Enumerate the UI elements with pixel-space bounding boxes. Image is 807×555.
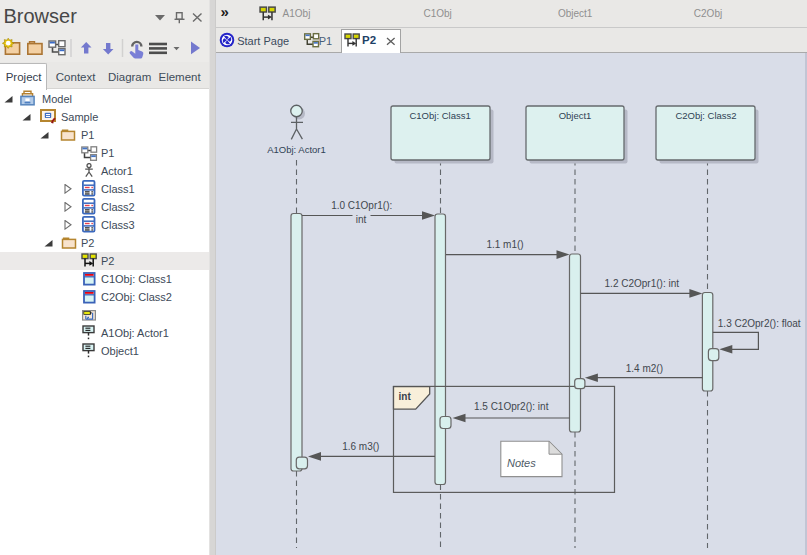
svg-text:1.1 m1(): 1.1 m1() [486,239,523,250]
svg-text:Object1: Object1 [559,110,592,121]
svg-text:int: int [399,391,412,402]
svg-text:int: int [356,214,367,225]
svg-text:1.6 m3(): 1.6 m3() [342,441,379,452]
svg-text:1.2 C2Opr1(): int: 1.2 C2Opr1(): int [605,278,680,289]
svg-text:1.0 C1Opr1():: 1.0 C1Opr1(): [331,200,392,211]
svg-text:C1Obj: Class1: C1Obj: Class1 [409,110,470,121]
svg-text:1.3 C2Opr2(): float: 1.3 C2Opr2(): float [718,318,801,329]
svg-text:1.5 C1Opr2(): int: 1.5 C1Opr2(): int [474,401,549,412]
svg-text:1.4 m2(): 1.4 m2() [626,363,663,374]
svg-text:C2Obj: Class2: C2Obj: Class2 [675,110,736,121]
svg-text:A1Obj: Actor1: A1Obj: Actor1 [267,144,326,155]
svg-text:Notes: Notes [507,457,536,469]
